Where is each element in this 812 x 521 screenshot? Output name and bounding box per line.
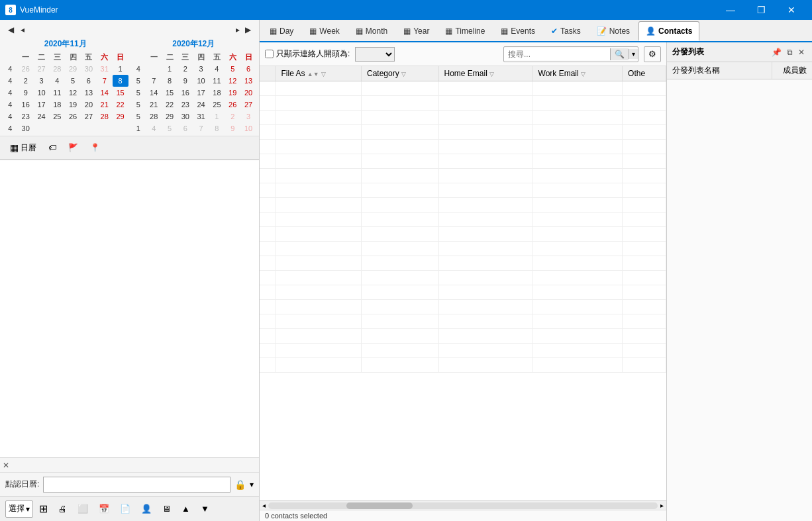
col-header-file-as[interactable]: File As ▲▼ ▽ <box>276 66 362 81</box>
lock-button[interactable]: 🔒 <box>234 479 246 490</box>
cal-day[interactable]: 6 <box>178 122 193 134</box>
cal-day[interactable]: 1 <box>113 63 128 75</box>
cal-day[interactable]: 7 <box>97 75 113 87</box>
cal-day[interactable]: 6 <box>240 63 256 75</box>
cal-day[interactable]: 23 <box>178 99 193 111</box>
print-button[interactable]: 🖨 <box>54 501 72 516</box>
search-input[interactable] <box>504 48 610 60</box>
search-dropdown-button[interactable]: ▾ <box>629 49 638 59</box>
contacts-h-scrollbar[interactable]: ◂ ▸ <box>260 500 666 510</box>
cal-day[interactable]: 14 <box>97 87 113 99</box>
dist-list-close-button[interactable]: ✕ <box>796 47 807 58</box>
cal-day[interactable]: 5 <box>162 122 178 134</box>
tab-month[interactable]: ▦ Month <box>348 21 395 40</box>
tab-tasks[interactable]: ✔ Tasks <box>544 21 588 40</box>
filter-contacts-checkbox[interactable] <box>265 50 274 58</box>
cal-day[interactable]: 31 <box>193 111 209 122</box>
pin-button[interactable]: 📍 <box>85 141 105 154</box>
cal-day[interactable]: 12 <box>65 87 81 99</box>
cal-day[interactable]: 13 <box>81 87 97 99</box>
cal-day[interactable]: 21 <box>146 99 162 111</box>
tag-button[interactable]: 🏷 <box>44 141 61 154</box>
cal-day[interactable]: 4 <box>146 122 162 134</box>
cal-day[interactable]: 1 <box>162 63 178 75</box>
cal-day-today[interactable]: 8 <box>113 75 128 87</box>
cal-day[interactable]: 20 <box>240 87 256 99</box>
cal-day[interactable]: 29 <box>162 111 178 122</box>
col-header-home-email[interactable]: Home Email ▽ <box>438 66 533 81</box>
filter-button[interactable]: ⊞ <box>34 500 52 518</box>
close-left-panel-button[interactable]: ✕ <box>3 461 9 470</box>
scroll-left-btn[interactable]: ◂ <box>260 502 268 509</box>
col-header-checkbox[interactable] <box>260 66 276 81</box>
tab-contacts[interactable]: 👤 Contacts <box>638 21 699 41</box>
cal-day[interactable]: 27 <box>81 111 97 122</box>
cal-day[interactable]: 19 <box>65 99 81 111</box>
cal-day[interactable]: 24 <box>34 111 50 122</box>
cal-day[interactable]: 9 <box>18 87 34 99</box>
cal-day[interactable]: 15 <box>162 87 178 99</box>
cal-day[interactable]: 21 <box>97 99 113 111</box>
cal-day[interactable]: 3 <box>193 63 209 75</box>
col-header-category[interactable]: Category ▽ <box>362 66 439 81</box>
filter-dropdown[interactable] <box>355 47 395 62</box>
cal-day[interactable]: 14 <box>146 87 162 99</box>
flag-button[interactable]: 🚩 <box>64 141 83 154</box>
cal-day[interactable]: 2 <box>225 111 240 122</box>
close-button[interactable]: ✕ <box>776 0 807 20</box>
cal-day[interactable]: 30 <box>178 111 193 122</box>
scroll-track[interactable] <box>268 502 658 509</box>
cal-day[interactable]: 18 <box>49 99 65 111</box>
cal-day[interactable]: 3 <box>34 75 50 87</box>
calendar-view-button[interactable]: ▦ 日曆 <box>5 140 41 156</box>
cal-day[interactable]: 4 <box>49 75 65 87</box>
scroll-right-btn[interactable]: ▸ <box>658 502 666 509</box>
cal-day[interactable]: 16 <box>18 99 34 111</box>
cal-day[interactable]: 5 <box>65 75 81 87</box>
search-button[interactable]: 🔍 <box>610 48 629 60</box>
cal-day[interactable]: 10 <box>240 122 256 134</box>
cal-day[interactable]: 9 <box>225 122 240 134</box>
cal-day[interactable]: 9 <box>178 75 193 87</box>
prev-button[interactable]: ◂ <box>18 24 27 36</box>
cal-day[interactable]: 12 <box>225 75 240 87</box>
cal-day[interactable]: 22 <box>162 99 178 111</box>
col-header-other[interactable]: Othe <box>623 66 666 81</box>
cal-day[interactable]: 22 <box>113 99 128 111</box>
tab-week[interactable]: ▦ Week <box>302 21 346 40</box>
prev-prev-button[interactable]: ◀ <box>5 24 17 36</box>
minimize-button[interactable]: — <box>715 0 746 20</box>
cal-day[interactable]: 7 <box>146 75 162 87</box>
cal-day[interactable]: 2 <box>18 75 34 87</box>
cal-day[interactable]: 15 <box>113 87 128 99</box>
cal-day[interactable]: 28 <box>146 111 162 122</box>
cal-day[interactable]: 27 <box>240 99 256 111</box>
cal-day[interactable]: 16 <box>178 87 193 99</box>
default-cal-input[interactable] <box>43 477 230 493</box>
cal-day[interactable]: 11 <box>49 87 65 99</box>
cal-day[interactable]: 30 <box>18 122 34 134</box>
dist-list-pin-button[interactable]: 📌 <box>770 47 784 58</box>
cal-day[interactable]: 4 <box>209 63 225 75</box>
cal-day[interactable]: 8 <box>209 122 225 134</box>
cal-day[interactable]: 25 <box>209 99 225 111</box>
cal-day[interactable]: 31 <box>97 63 113 75</box>
tab-year[interactable]: ▦ Year <box>396 21 436 40</box>
cal-day[interactable]: 17 <box>34 99 50 111</box>
person-button[interactable]: 👤 <box>136 501 156 516</box>
cal-day[interactable]: 2 <box>178 63 193 75</box>
cal-day[interactable]: 26 <box>18 63 34 75</box>
cal-day[interactable]: 28 <box>97 111 113 122</box>
cal-day[interactable]: 17 <box>193 87 209 99</box>
cal-day[interactable]: 26 <box>225 99 240 111</box>
monitor-button[interactable]: 🖥 <box>158 501 176 516</box>
cal-day[interactable]: 19 <box>225 87 240 99</box>
gear-button[interactable]: ⚙ <box>644 46 661 62</box>
cal-day[interactable]: 18 <box>209 87 225 99</box>
split-button[interactable]: ⬜ <box>73 501 93 516</box>
cal-day[interactable]: 13 <box>240 75 256 87</box>
restore-button[interactable]: ❐ <box>746 0 776 20</box>
cal-day[interactable]: 11 <box>209 75 225 87</box>
next-button[interactable]: ▸ <box>233 24 242 36</box>
tab-timeline[interactable]: ▦ Timeline <box>438 21 492 40</box>
